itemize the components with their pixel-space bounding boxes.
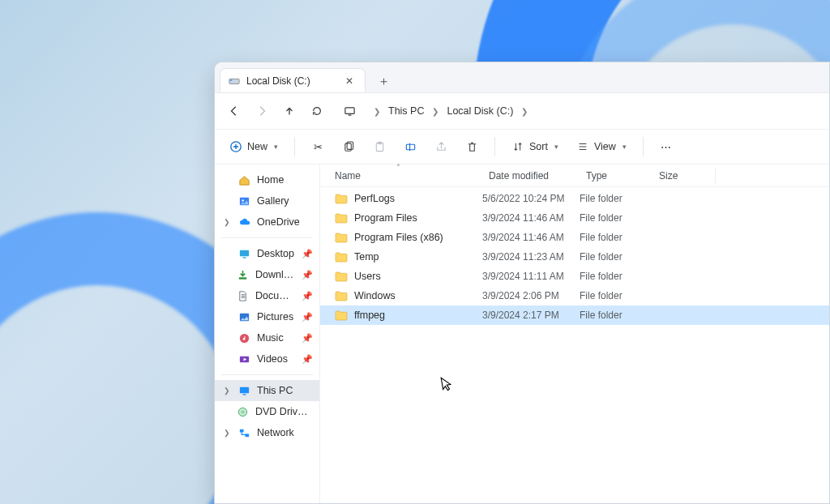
file-name: Windows — [354, 290, 396, 301]
folder-icon — [335, 271, 348, 282]
file-row[interactable]: PerfLogs5/6/2022 10:24 PMFile folder — [320, 189, 829, 208]
folder-icon — [335, 251, 348, 263]
forward-button[interactable] — [254, 103, 270, 119]
sidebar-item-music[interactable]: ❯ Music 📌 — [215, 327, 319, 348]
new-tab-button[interactable]: ＋ — [372, 70, 395, 92]
more-button[interactable]: ⋯ — [653, 135, 679, 159]
tab-local-disk-c[interactable]: Local Disk (C:) ✕ — [220, 68, 366, 92]
svg-point-10 — [242, 199, 243, 201]
file-name: Users — [354, 271, 381, 282]
share-button[interactable] — [428, 135, 454, 159]
file-explorer-window: Local Disk (C:) ✕ ＋ ❯ This PC ❯ Local Di… — [214, 62, 830, 504]
column-type[interactable]: Type — [586, 170, 659, 182]
sidebar-item-onedrive[interactable]: ❯ OneDrive — [215, 211, 319, 233]
svg-rect-1 — [230, 79, 233, 81]
refresh-icon — [311, 105, 323, 117]
download-icon — [236, 268, 249, 281]
file-row[interactable]: Program Files3/9/2024 11:46 AMFile folde… — [320, 208, 829, 228]
file-row[interactable]: Temp3/9/2024 11:23 AMFile folder — [320, 247, 829, 267]
file-name: PerfLogs — [354, 193, 395, 204]
ellipsis-icon: ⋯ — [660, 140, 673, 153]
pc-icon-button[interactable] — [341, 103, 357, 119]
folder-icon — [335, 290, 348, 301]
file-date: 3/9/2024 2:06 PM — [482, 290, 580, 301]
sort-button[interactable]: Sort ▾ — [505, 135, 565, 159]
svg-rect-11 — [239, 250, 248, 256]
file-date: 3/9/2024 11:23 AM — [482, 251, 580, 263]
view-button[interactable]: View ▾ — [570, 135, 633, 159]
sidebar-item-label: Music — [257, 332, 284, 344]
file-name: ffmpeg — [354, 310, 385, 321]
refresh-button[interactable] — [309, 103, 325, 119]
cloud-icon — [237, 216, 250, 229]
column-name[interactable]: Name — [335, 170, 489, 182]
file-rows: PerfLogs5/6/2022 10:24 PMFile folderProg… — [320, 187, 829, 327]
svg-rect-18 — [242, 394, 246, 395]
sidebar-item-gallery[interactable]: ❯ Gallery — [215, 190, 319, 211]
file-row[interactable]: Windows3/9/2024 2:06 PMFile folder — [320, 286, 829, 305]
tab-close-button[interactable]: ✕ — [342, 75, 357, 88]
copy-button[interactable] — [336, 135, 362, 159]
up-button[interactable] — [281, 103, 297, 119]
sidebar-item-label: Videos — [257, 353, 288, 365]
file-name: Temp — [354, 251, 379, 263]
paste-icon — [373, 140, 386, 153]
home-icon — [237, 173, 250, 186]
column-size[interactable]: Size — [659, 169, 716, 183]
trash-icon — [465, 140, 478, 153]
sidebar-item-this-pc[interactable]: ❯ This PC — [215, 380, 319, 401]
chevron-down-icon: ▾ — [554, 143, 558, 151]
file-type: File folder — [580, 310, 652, 321]
navigation-pane: ❯ Home ❯ Gallery ❯ OneDrive ❯ Desktop 📌 — [215, 164, 320, 503]
svg-rect-13 — [238, 277, 246, 279]
paste-button[interactable] — [366, 135, 392, 159]
arrow-left-icon — [229, 105, 240, 117]
new-button[interactable]: New ▾ — [223, 135, 285, 159]
sidebar-item-dvd-drive[interactable]: ❯ DVD Drive (D:) CCC — [215, 401, 319, 422]
separator — [294, 137, 295, 156]
sidebar-item-label: OneDrive — [257, 216, 300, 228]
desktop-icon — [237, 247, 250, 260]
view-icon — [576, 140, 589, 153]
sidebar-item-home[interactable]: ❯ Home — [215, 169, 319, 190]
sidebar-item-documents[interactable]: ❯ Documents 📌 — [215, 285, 319, 306]
separator — [494, 137, 495, 156]
file-row[interactable]: ffmpeg3/9/2024 2:17 PMFile folder — [320, 305, 829, 325]
pin-icon: 📌 — [302, 354, 313, 365]
file-date: 3/9/2024 2:17 PM — [482, 310, 580, 321]
breadcrumb-current[interactable]: Local Disk (C:) — [447, 105, 513, 117]
back-button[interactable] — [226, 103, 242, 119]
svg-rect-17 — [239, 387, 248, 393]
new-label: New — [247, 141, 267, 152]
file-date: 3/9/2024 11:11 AM — [482, 271, 580, 282]
chevron-up-icon[interactable]: ˄ — [396, 163, 400, 172]
sidebar-item-desktop[interactable]: ❯ Desktop 📌 — [215, 243, 319, 264]
sidebar-item-downloads[interactable]: ❯ Downloads 📌 — [215, 264, 319, 285]
delete-button[interactable] — [459, 135, 485, 159]
file-type: File folder — [580, 232, 652, 243]
svg-rect-8 — [406, 144, 414, 150]
sidebar-item-label: Pictures — [257, 311, 293, 322]
sidebar-item-pictures[interactable]: ❯ Pictures 📌 — [215, 306, 319, 327]
file-type: File folder — [580, 290, 652, 301]
music-icon — [237, 331, 250, 344]
file-name: Program Files — [354, 212, 417, 224]
sidebar-item-videos[interactable]: ❯ Videos 📌 — [215, 348, 319, 369]
breadcrumb-this-pc[interactable]: This PC — [388, 105, 424, 117]
sidebar-item-network[interactable]: ❯ Network — [215, 422, 319, 443]
sidebar-item-label: This PC — [257, 385, 293, 396]
pictures-icon — [237, 310, 250, 323]
file-row[interactable]: Users3/9/2024 11:11 AMFile folder — [320, 267, 829, 286]
monitor-icon — [344, 105, 356, 117]
scissors-icon: ✂ — [311, 140, 324, 153]
file-list-pane: ˄ Name Date modified Type Size PerfLogs5… — [320, 164, 829, 503]
file-type: File folder — [580, 193, 652, 204]
cut-button[interactable]: ✂ — [305, 135, 331, 159]
column-date[interactable]: Date modified — [489, 170, 586, 182]
disc-icon — [236, 405, 249, 418]
rename-button[interactable] — [397, 135, 423, 159]
address-bar: ❯ This PC ❯ Local Disk (C:) ❯ — [215, 93, 829, 129]
file-row[interactable]: Program Files (x86)3/9/2024 11:46 AMFile… — [320, 228, 829, 247]
sidebar-item-label: Desktop — [257, 248, 294, 259]
arrow-up-icon — [284, 105, 295, 117]
